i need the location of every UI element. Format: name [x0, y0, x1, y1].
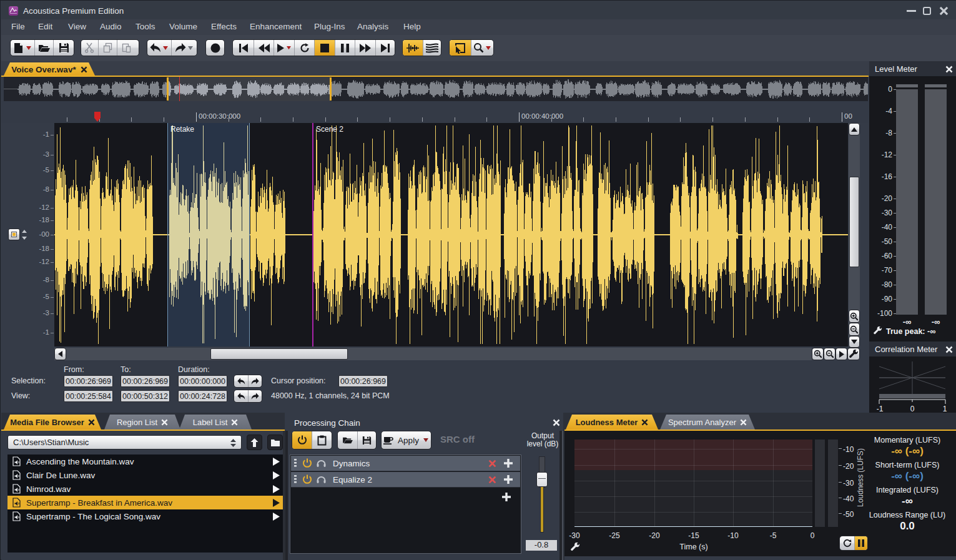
svg-text:-1: -1 [877, 405, 884, 413]
svg-text:1: 1 [943, 405, 947, 413]
svg-text:0: 0 [910, 405, 915, 413]
